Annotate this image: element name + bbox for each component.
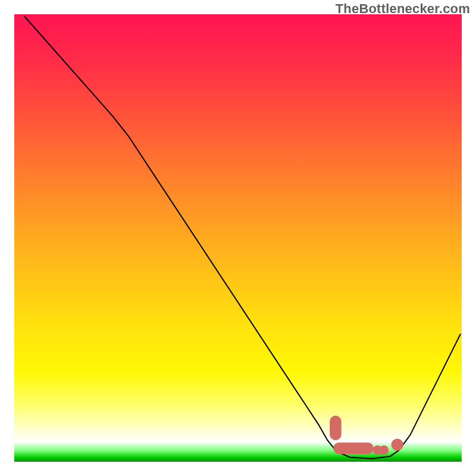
marker (333, 443, 374, 455)
marker (379, 446, 389, 455)
watermark-text: TheBottlenecker.com (336, 1, 470, 17)
chart-container: TheBottlenecker.com (0, 0, 476, 476)
chart-svg (0, 0, 476, 476)
marker (392, 439, 403, 450)
marker (330, 416, 342, 440)
